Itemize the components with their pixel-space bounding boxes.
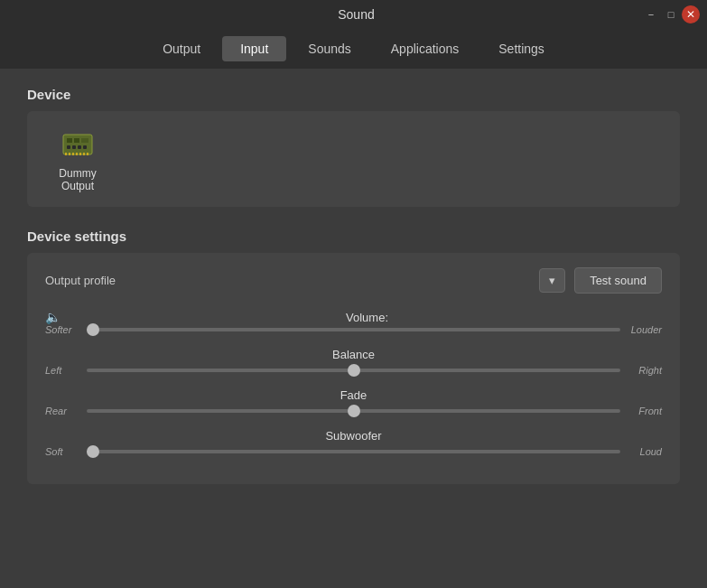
balance-slider-row: Left Right (45, 365, 662, 376)
svg-rect-3 (81, 138, 88, 143)
fade-slider-row: Rear Front (45, 406, 662, 416)
output-profile-row: Output profile ▾ Test sound (45, 267, 662, 294)
dummy-output-device[interactable]: Dummy Output (42, 126, 114, 192)
window-controls: − □ ✕ (642, 5, 700, 23)
window-title: Sound (70, 7, 642, 22)
device-settings-box: Output profile ▾ Test sound 🔈 Volume: So… (27, 253, 680, 484)
svg-rect-8 (65, 153, 67, 155)
svg-rect-7 (83, 145, 87, 149)
device-section-title: Device (27, 87, 680, 102)
svg-rect-6 (78, 145, 81, 149)
svg-rect-14 (87, 153, 88, 155)
fade-front-label: Front (628, 406, 662, 416)
titlebar: Sound − □ ✕ (0, 0, 707, 29)
tab-settings[interactable]: Settings (480, 36, 563, 61)
sound-window: Sound − □ ✕ Output Input Sounds Applicat… (0, 0, 707, 588)
tab-applications[interactable]: Applications (373, 36, 478, 61)
balance-label: Balance (45, 348, 662, 361)
volume-icon: 🔈 (45, 310, 65, 324)
balance-left-label: Left (45, 365, 79, 376)
svg-rect-10 (72, 153, 74, 155)
fade-rear-label: Rear (45, 406, 79, 416)
fade-slider-container (87, 409, 620, 413)
subwoofer-slider-section: Subwoofer Soft Loud (45, 429, 662, 457)
device-settings-title: Device settings (27, 229, 680, 244)
balance-right-label: Right (628, 365, 662, 376)
balance-slider-container (87, 369, 620, 372)
volume-slider-row: Softer Louder (45, 324, 662, 335)
audio-device-icon (60, 126, 96, 162)
volume-louder-label: Louder (628, 324, 662, 335)
volume-softer-label: Softer (45, 324, 79, 335)
volume-slider[interactable] (87, 328, 620, 331)
subwoofer-label: Subwoofer (45, 429, 662, 443)
balance-slider[interactable] (87, 369, 620, 372)
close-button[interactable]: ✕ (682, 5, 700, 23)
tab-output[interactable]: Output (144, 36, 219, 61)
svg-rect-13 (83, 153, 85, 155)
subwoofer-slider-container (87, 450, 620, 453)
fade-label: Fade (45, 388, 662, 402)
svg-rect-5 (72, 145, 76, 149)
tab-input[interactable]: Input (222, 36, 286, 61)
volume-label-row: 🔈 Volume: (45, 310, 662, 324)
test-sound-button[interactable]: Test sound (574, 267, 662, 294)
tab-sounds[interactable]: Sounds (290, 36, 368, 61)
main-content: Device (0, 69, 707, 588)
balance-slider-section: Balance Left Right (45, 348, 662, 376)
fade-slider-section: Fade Rear Front (45, 388, 662, 416)
device-name-label: Dummy Output (42, 167, 114, 192)
svg-rect-11 (76, 153, 78, 155)
svg-rect-9 (69, 153, 70, 155)
volume-label: Volume: (346, 311, 388, 324)
svg-rect-1 (67, 138, 72, 143)
output-profile-label: Output profile (45, 274, 530, 287)
output-profile-dropdown[interactable]: ▾ (539, 268, 565, 293)
subwoofer-slider[interactable] (87, 450, 620, 453)
svg-rect-4 (67, 145, 70, 149)
svg-rect-12 (79, 153, 81, 155)
svg-rect-2 (74, 138, 79, 143)
subwoofer-slider-row: Soft Loud (45, 446, 662, 457)
svg-rect-0 (63, 135, 92, 154)
device-box: Dummy Output (27, 111, 680, 207)
volume-slider-container (87, 328, 620, 331)
maximize-button[interactable]: □ (662, 5, 680, 23)
subwoofer-soft-label: Soft (45, 446, 79, 457)
dropdown-arrow-icon: ▾ (549, 274, 555, 287)
fade-slider[interactable] (87, 409, 620, 413)
subwoofer-loud-label: Loud (628, 446, 662, 457)
minimize-button[interactable]: − (642, 5, 660, 23)
volume-slider-section: 🔈 Volume: Softer Louder (45, 310, 662, 335)
tab-bar: Output Input Sounds Applications Setting… (0, 29, 707, 69)
